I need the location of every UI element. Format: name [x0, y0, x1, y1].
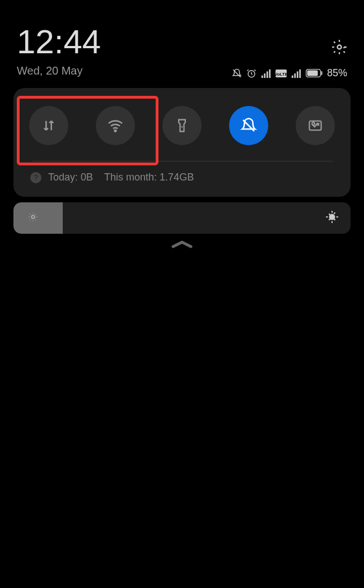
help-icon: ?	[30, 172, 41, 183]
flashlight-toggle[interactable]	[162, 106, 202, 145]
clock-time: 12:44	[17, 25, 101, 59]
expand-panel-handle[interactable]	[0, 238, 364, 249]
alarm-status-icon	[246, 68, 256, 78]
brightness-high-icon	[325, 210, 339, 226]
svg-rect-8	[292, 75, 293, 78]
svg-rect-14	[321, 71, 322, 75]
panel-divider	[31, 161, 333, 161]
quick-settings-panel: ? Today: 0B This month: 1.74GB	[13, 88, 351, 197]
screenshot-toggle[interactable]	[296, 106, 335, 145]
svg-point-21	[330, 215, 335, 220]
wifi-icon	[106, 117, 124, 135]
svg-rect-9	[294, 73, 296, 78]
svg-text:VoLTE: VoLTE	[276, 71, 287, 76]
signal-bars-icon	[261, 68, 271, 78]
svg-point-19	[312, 122, 315, 125]
dnd-toggle[interactable]	[229, 106, 268, 145]
settings-button[interactable]	[332, 39, 347, 57]
usage-today: Today: 0B	[48, 172, 93, 183]
gear-icon	[332, 39, 347, 55]
svg-rect-10	[297, 71, 298, 78]
dnd-bell-icon	[240, 117, 257, 134]
wifi-toggle[interactable]	[96, 106, 135, 145]
mobile-data-icon	[41, 118, 57, 133]
svg-point-15	[115, 130, 116, 132]
data-usage-row[interactable]: ? Today: 0B This month: 1.74GB	[22, 169, 342, 188]
signal-bars-2-icon	[291, 68, 301, 78]
svg-rect-5	[269, 69, 270, 77]
battery-icon	[306, 69, 323, 77]
brightness-low-icon	[27, 211, 39, 225]
clock-date: Wed, 20 May	[17, 64, 101, 77]
volte-icon: VoLTE	[276, 70, 287, 77]
flashlight-icon	[174, 118, 190, 133]
chevron-up-icon	[167, 238, 197, 249]
screenshot-icon	[307, 118, 323, 133]
svg-point-0	[338, 45, 342, 49]
svg-rect-3	[264, 73, 265, 78]
dnd-status-icon	[232, 68, 242, 78]
svg-rect-2	[262, 75, 263, 78]
svg-rect-4	[267, 71, 268, 78]
brightness-slider[interactable]	[13, 202, 351, 234]
mobile-data-toggle[interactable]	[29, 106, 68, 145]
battery-percent: 85%	[327, 67, 347, 79]
svg-rect-13	[307, 71, 318, 76]
svg-point-20	[31, 215, 35, 219]
usage-month: This month: 1.74GB	[104, 172, 194, 183]
svg-rect-11	[299, 69, 301, 77]
